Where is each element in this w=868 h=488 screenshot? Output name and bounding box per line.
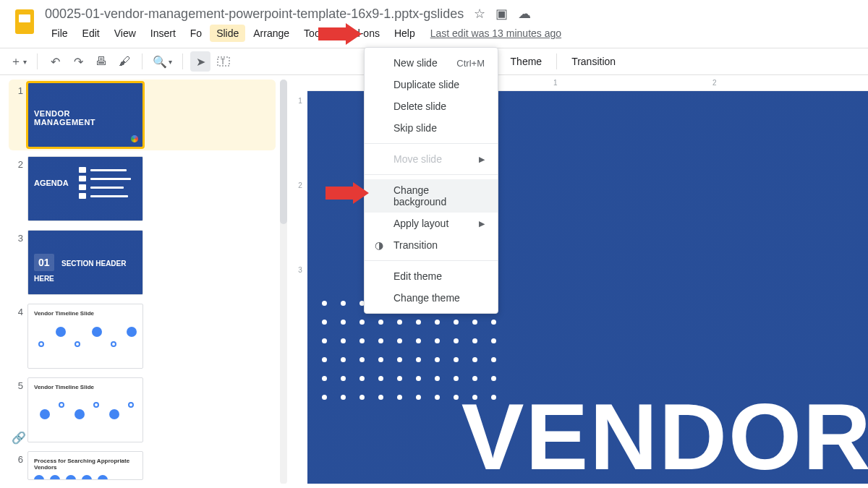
menu-delete-label: Delete slide bbox=[393, 100, 446, 112]
menu-insert[interactable]: Insert bbox=[144, 25, 182, 42]
menu-separator bbox=[365, 260, 498, 261]
thumbnail-5[interactable]: 5 Vendor Timeline Slide bbox=[9, 377, 276, 442]
thumb-1-title-b: MANAGEMENT bbox=[34, 118, 137, 127]
move-icon[interactable]: ▣ bbox=[495, 6, 508, 22]
menu-edit[interactable]: Edit bbox=[76, 25, 106, 42]
menu-view[interactable]: View bbox=[108, 25, 142, 42]
zoom-button[interactable]: 🔍▾ bbox=[150, 51, 175, 72]
menu-transition[interactable]: ◑ Transition bbox=[365, 234, 498, 256]
ruler-mark: 1 bbox=[553, 79, 558, 87]
ruler-mark: 1 bbox=[298, 97, 302, 105]
menu-edit-theme-label: Edit theme bbox=[393, 270, 442, 282]
toolbar-transition[interactable]: Transition bbox=[564, 53, 623, 70]
menu-change-theme-label: Change theme bbox=[393, 292, 460, 304]
submenu-arrow-icon: ▶ bbox=[479, 155, 485, 164]
menu-transition-label: Transition bbox=[393, 239, 438, 251]
thumb-6-title: Process for Searching Appropriate Vendor… bbox=[34, 458, 137, 471]
cloud-status-icon[interactable]: ☁ bbox=[518, 6, 531, 22]
menu-duplicate-slide[interactable]: Duplicate slide bbox=[365, 74, 498, 95]
menu-format-truncated[interactable]: Fo bbox=[184, 25, 208, 42]
submenu-arrow-icon: ▶ bbox=[479, 219, 485, 228]
menu-skip-label: Skip slide bbox=[393, 122, 437, 134]
menu-separator bbox=[365, 143, 498, 144]
document-title[interactable]: 00025-01-vendor-management-powerpoint-te… bbox=[45, 7, 464, 22]
ruler-mark: 2 bbox=[712, 79, 717, 87]
thumbnail-scrollbar[interactable] bbox=[280, 80, 287, 484]
menu-duplicate-label: Duplicate slide bbox=[393, 79, 459, 90]
menu-change-bg-label: Change background bbox=[393, 184, 485, 207]
thumbnail-6[interactable]: 6 Process for Searching Appropriate Vend… bbox=[9, 451, 276, 480]
thumbnail-2[interactable]: 2 AGENDA bbox=[9, 156, 276, 221]
slide-thumbnails-panel: 1 VENDOR MANAGEMENT 2 bbox=[0, 75, 293, 484]
menu-move-label: Move slide bbox=[393, 153, 442, 165]
undo-button[interactable]: ↶ bbox=[45, 51, 65, 72]
menu-bar: File Edit View Insert Fo Slide Arrange T… bbox=[45, 25, 858, 42]
svg-marker-3 bbox=[326, 182, 369, 204]
menu-skip-slide[interactable]: Skip slide bbox=[365, 117, 498, 139]
select-tool[interactable]: ➤ bbox=[190, 51, 210, 72]
menu-new-slide[interactable]: New slide Ctrl+M bbox=[365, 52, 498, 74]
menu-change-background[interactable]: Change background bbox=[365, 179, 498, 213]
slide-title-big: VENDOR bbox=[461, 382, 868, 484]
menu-move-slide: Move slide ▶ bbox=[365, 148, 498, 170]
menu-new-slide-shortcut: Ctrl+M bbox=[456, 58, 485, 69]
app-header: 00025-01-vendor-management-powerpoint-te… bbox=[0, 0, 868, 42]
menu-arrange[interactable]: Arrange bbox=[247, 25, 296, 42]
thumbnail-3[interactable]: 3 01 SECTION HEADER HERE bbox=[9, 230, 276, 295]
thumbnail-number: 5 bbox=[9, 377, 23, 391]
thumbnail-4[interactable]: 4 Vendor Timeline Slide bbox=[9, 304, 276, 369]
star-icon[interactable]: ☆ bbox=[474, 6, 485, 22]
slides-logo[interactable] bbox=[10, 7, 39, 36]
menu-apply-layout-label: Apply layout bbox=[393, 218, 448, 229]
ruler-mark: 3 bbox=[298, 266, 302, 274]
vertical-ruler: 1 2 3 bbox=[293, 75, 307, 484]
annotation-arrow-1 bbox=[318, 23, 362, 45]
svg-text:T: T bbox=[221, 58, 225, 66]
menu-separator bbox=[365, 174, 498, 175]
thumb-1-title-a: VENDOR bbox=[34, 109, 137, 118]
menu-edit-theme[interactable]: Edit theme bbox=[365, 265, 498, 287]
menu-delete-slide[interactable]: Delete slide bbox=[365, 95, 498, 117]
toolbar-theme[interactable]: Theme bbox=[503, 53, 550, 70]
thumb-4-title: Vendor Timeline Slide bbox=[34, 310, 137, 317]
paperclip-icon: 🔗 bbox=[12, 431, 26, 445]
thumbnail-number: 2 bbox=[9, 156, 23, 170]
thumbnail-number: 3 bbox=[9, 230, 23, 244]
logo-dot-icon bbox=[131, 135, 138, 142]
menu-new-slide-label: New slide bbox=[393, 57, 438, 69]
menu-apply-layout[interactable]: Apply layout ▶ bbox=[365, 213, 498, 234]
thumb-3-number: 01 bbox=[34, 254, 54, 271]
slide-menu-dropdown: New slide Ctrl+M Duplicate slide Delete … bbox=[364, 47, 498, 314]
redo-button[interactable]: ↷ bbox=[68, 51, 88, 72]
textbox-tool[interactable]: T bbox=[213, 51, 234, 72]
menu-slide[interactable]: Slide bbox=[210, 25, 245, 42]
menu-file[interactable]: File bbox=[45, 25, 75, 42]
thumbnail-number: 4 bbox=[9, 304, 23, 317]
thumbnail-1[interactable]: 1 VENDOR MANAGEMENT bbox=[9, 80, 276, 150]
thumbnail-number: 1 bbox=[9, 82, 23, 96]
svg-marker-2 bbox=[318, 23, 362, 45]
last-edit-link[interactable]: Last edit was 13 minutes ago bbox=[430, 27, 561, 39]
new-slide-button[interactable]: ＋▾ bbox=[7, 51, 30, 72]
menu-change-theme[interactable]: Change theme bbox=[365, 287, 498, 309]
annotation-arrow-2 bbox=[326, 182, 369, 204]
thumbnail-number: 6 bbox=[9, 451, 23, 465]
thumb-5-title: Vendor Timeline Slide bbox=[34, 384, 137, 390]
paint-format-button[interactable]: 🖌 bbox=[114, 51, 135, 72]
print-button[interactable]: 🖶 bbox=[91, 51, 111, 72]
menu-help[interactable]: Help bbox=[388, 25, 422, 42]
transition-icon: ◑ bbox=[375, 239, 383, 251]
ruler-mark: 2 bbox=[298, 181, 302, 189]
